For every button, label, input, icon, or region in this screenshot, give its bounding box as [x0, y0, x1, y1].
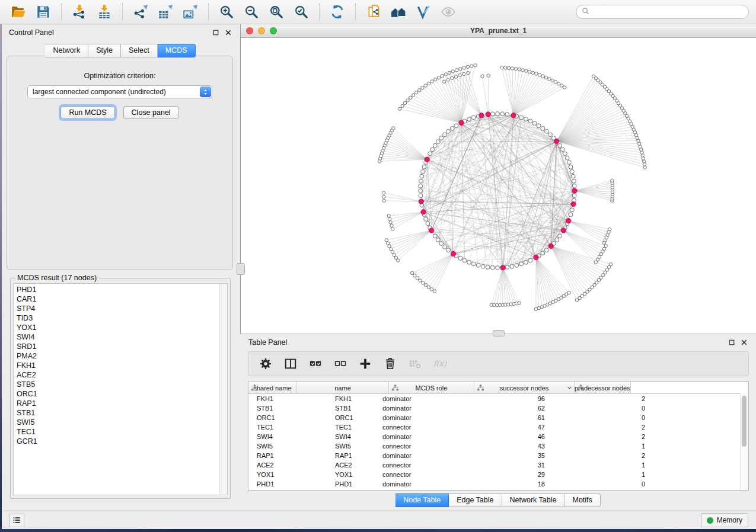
vertical-splitter-handle[interactable] [237, 263, 245, 275]
control-panel-tab[interactable]: MCDS [158, 44, 196, 57]
control-panel-tab[interactable]: Select [121, 44, 158, 57]
run-mcds-button[interactable]: Run MCDS [60, 106, 114, 119]
zoom-in-icon[interactable] [218, 3, 235, 21]
column-type-icon [391, 384, 399, 392]
cell-mcds-role: dominator [375, 405, 467, 412]
cell-name: YOX1 [326, 471, 375, 478]
cell-successor-nodes: 31 [467, 462, 552, 469]
cell-shared-name: ACE2 [248, 462, 326, 469]
table-scrollbar[interactable] [740, 393, 748, 490]
column-header[interactable]: MCDS role [389, 382, 474, 393]
zoom-out-icon[interactable] [243, 3, 260, 21]
create-column-icon[interactable] [358, 356, 373, 371]
apply-preferred-layout-icon[interactable] [328, 3, 346, 21]
search-input[interactable] [593, 7, 744, 17]
network-graph[interactable] [241, 38, 756, 334]
control-panel-tab[interactable]: Network [45, 44, 88, 57]
mcds-result-node[interactable]: FKH1 [17, 361, 227, 370]
float-table-panel-icon[interactable] [728, 339, 735, 346]
table-row[interactable]: SWI4 SWI4 dominator 46 2 [248, 432, 748, 441]
export-image-icon[interactable] [181, 3, 199, 21]
export-network-icon[interactable] [132, 3, 149, 21]
mcds-result-node[interactable]: PHD1 [17, 285, 227, 294]
control-panel-tab[interactable]: Style [88, 44, 121, 57]
mcds-result-node[interactable]: GCR1 [17, 437, 227, 446]
save-session-icon[interactable] [34, 3, 52, 21]
table-scrollbar-thumb[interactable] [742, 396, 747, 447]
search-box[interactable] [576, 5, 749, 19]
mcds-result-node[interactable]: TEC1 [17, 427, 227, 437]
memory-button[interactable]: Memory [701, 513, 748, 527]
mcds-result-node[interactable]: SWI4 [17, 332, 227, 342]
table-row[interactable]: ORC1 ORC1 dominator 61 0 [248, 413, 748, 422]
table-row[interactable]: STB1 STB1 dominator 62 0 [248, 403, 748, 413]
unselect-all-columns-icon[interactable] [333, 356, 348, 371]
column-header-label: successor nodes [500, 384, 549, 392]
table-row[interactable]: SWI5 SWI5 connector 43 1 [248, 441, 748, 451]
memory-label: Memory [717, 516, 742, 524]
table-header-row: shared name name MCDS role [248, 382, 748, 394]
close-table-panel-icon[interactable] [741, 339, 748, 346]
import-network-icon[interactable] [71, 3, 88, 21]
delete-columns-icon[interactable] [382, 356, 398, 371]
table-tab[interactable]: Network Table [502, 493, 565, 507]
column-header[interactable]: shared name [248, 382, 297, 393]
zoom-fit-icon[interactable] [267, 3, 285, 21]
mcds-result-node[interactable]: SRD1 [17, 342, 227, 351]
table-row[interactable]: RAP1 RAP1 dominator 35 2 [248, 451, 748, 460]
new-network-from-selection-icon[interactable] [365, 3, 382, 21]
cell-mcds-role: dominator [375, 452, 467, 459]
zoom-selected-icon[interactable] [292, 3, 310, 21]
export-table-icon[interactable] [157, 3, 174, 21]
mcds-result-node[interactable]: ORC1 [17, 389, 227, 399]
select-all-columns-icon[interactable] [308, 356, 323, 371]
float-panel-icon[interactable] [212, 29, 219, 36]
horizontal-splitter-handle[interactable] [493, 330, 505, 336]
network-window-titlebar: YPA_prune.txt_1 [241, 24, 756, 38]
mcds-result-node[interactable]: YOX1 [17, 323, 227, 332]
mcds-result-node[interactable]: SWI5 [17, 418, 227, 427]
cell-shared-name: FKH1 [248, 395, 326, 402]
open-session-icon[interactable] [9, 3, 27, 21]
table-tab[interactable]: Node Table [395, 493, 449, 507]
optimization-criterion-select[interactable]: largest connected component (undirected) [27, 85, 212, 98]
close-panel-icon[interactable] [225, 29, 232, 36]
close-mcds-panel-button[interactable]: Close panel [123, 106, 179, 119]
mcds-result-node[interactable]: STB1 [17, 408, 227, 418]
minimize-window-icon[interactable] [258, 27, 265, 34]
sort-indicator-icon[interactable] [566, 384, 573, 391]
column-header[interactable]: name [297, 382, 389, 393]
show-column-panel-icon[interactable] [283, 356, 298, 371]
column-header[interactable]: successor nodes [474, 382, 575, 393]
mcds-result-node[interactable]: ACE2 [17, 370, 227, 380]
column-header[interactable]: predecessor nodes [575, 382, 631, 393]
cell-predecessor-nodes: 2 [552, 395, 652, 402]
cell-name: PHD1 [326, 480, 375, 488]
cell-name: TEC1 [326, 424, 375, 431]
mcds-result-node[interactable]: STP4 [17, 304, 227, 313]
mcds-result-node[interactable]: CAR1 [17, 294, 227, 304]
visual-style-icon[interactable] [414, 3, 432, 21]
maximize-window-icon[interactable] [270, 27, 277, 34]
toolbar-separator [122, 4, 123, 20]
mcds-result-node[interactable]: TID3 [17, 313, 227, 323]
first-neighbors-icon[interactable] [390, 3, 407, 21]
table-row[interactable]: ACE2 ACE2 connector 31 1 [248, 460, 748, 470]
import-table-icon[interactable] [95, 3, 113, 21]
table-row[interactable]: FKH1 FKH1 dominator 96 2 [248, 394, 748, 403]
table-row[interactable]: YOX1 YOX1 connector 29 1 [248, 470, 748, 479]
table-tab[interactable]: Edge Table [449, 493, 502, 507]
close-window-icon[interactable] [246, 27, 253, 34]
mcds-result-node[interactable]: PMA2 [17, 351, 227, 361]
table-mode-icon[interactable] [258, 356, 273, 371]
mcds-result-node[interactable]: RAP1 [17, 399, 227, 408]
result-scrollbar[interactable] [219, 284, 227, 495]
mcds-result-node[interactable]: STB5 [17, 380, 227, 389]
table-tab[interactable]: Motifs [564, 493, 600, 507]
network-canvas[interactable] [241, 38, 756, 334]
cell-name: FKH1 [326, 395, 375, 402]
table-row[interactable]: TEC1 TEC1 connector 47 2 [248, 422, 748, 432]
task-history-button[interactable] [9, 514, 24, 527]
cell-predecessor-nodes: 2 [552, 452, 652, 459]
table-row[interactable]: PHD1 PHD1 dominator 18 0 [248, 479, 748, 489]
